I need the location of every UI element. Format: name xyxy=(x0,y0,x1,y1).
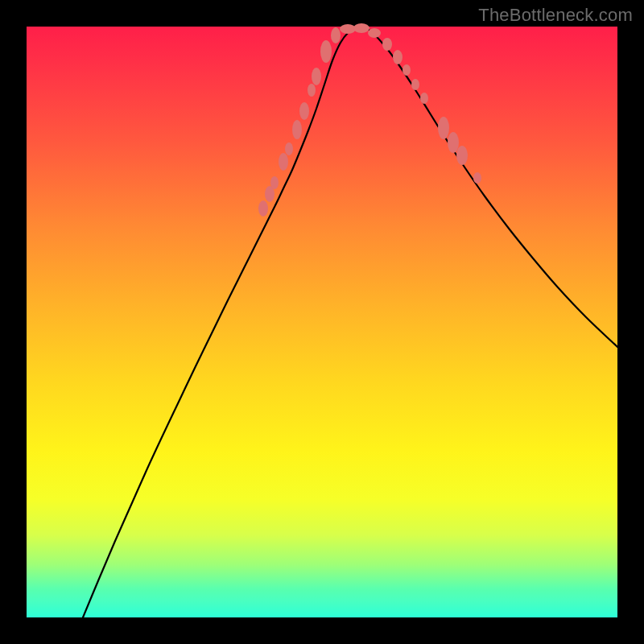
curve-marker xyxy=(438,117,449,139)
curve-marker xyxy=(448,132,459,153)
curve-marker xyxy=(285,142,293,155)
curve-marker xyxy=(299,102,309,120)
marker-group xyxy=(258,23,481,217)
curve-marker xyxy=(279,153,288,171)
bottleneck-curve xyxy=(83,27,617,617)
curve-marker xyxy=(353,23,369,33)
curve-marker xyxy=(270,176,279,189)
curve-marker xyxy=(312,68,321,85)
curve-marker xyxy=(473,172,481,184)
curve-marker xyxy=(411,79,419,90)
curve-marker xyxy=(420,93,428,104)
watermark-label: TheBottleneck.com xyxy=(478,5,633,26)
curve-marker xyxy=(456,146,468,165)
curve-marker xyxy=(331,27,341,43)
curve-group xyxy=(83,27,617,617)
curve-marker xyxy=(393,50,402,64)
curve-marker xyxy=(368,28,381,38)
curve-marker xyxy=(320,40,332,63)
curve-marker xyxy=(402,64,411,76)
curve-marker xyxy=(382,38,392,51)
chart-frame: TheBottleneck.com xyxy=(0,0,644,644)
curve-marker xyxy=(258,200,268,217)
chart-plot-area xyxy=(27,27,617,617)
curve-marker xyxy=(308,84,316,97)
curve-marker xyxy=(292,120,302,139)
chart-svg xyxy=(27,27,617,617)
curve-marker xyxy=(340,24,356,34)
